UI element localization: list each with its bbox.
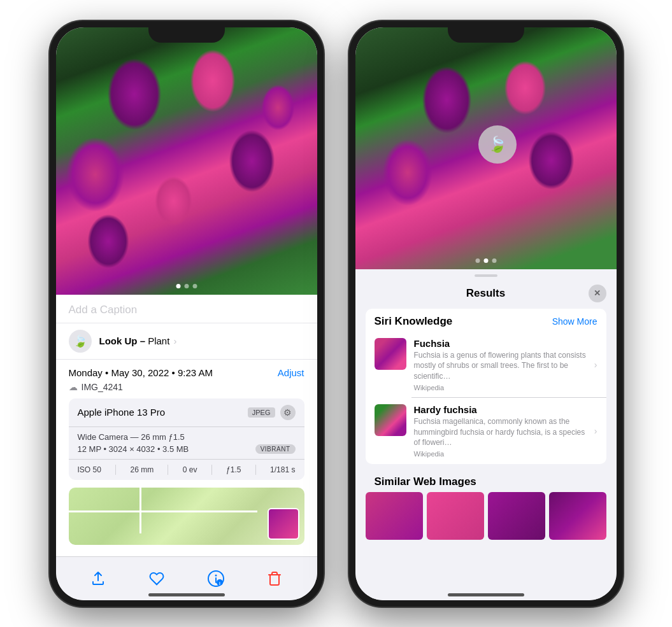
right-notch [448,21,524,43]
camera-model-row: Apple iPhone 13 Pro JPEG ⚙ [69,398,304,427]
web-images-section: Similar Web Images [366,469,606,540]
svg-point-1 [215,574,217,576]
date-line: Monday • May 30, 2022 • 9:23 AM Adjust [69,367,304,378]
siri-knowledge-section: Siri Knowledge Show More Fuchsia Fuchsia… [366,309,606,465]
siri-lookup-bubble[interactable]: 🍃 [478,125,517,164]
exif-ev: 0 ev [183,465,197,474]
share-button[interactable] [84,565,112,593]
jpeg-badge: JPEG [248,407,275,418]
exif-row: ISO 50 26 mm 0 ev ƒ1.5 1/181 s [69,460,304,480]
hardy-fuchsia-content: Hardy fuchsia Fuchsia magellanica, commo… [414,404,587,458]
fuchsia-source: Wikipedia [414,384,587,391]
hardy-fuchsia-title: Hardy fuchsia [414,404,587,415]
map-road-v [139,488,141,533]
camera-info-box: Apple iPhone 13 Pro JPEG ⚙ Wide Camera —… [69,398,304,480]
right-screen: 🍃 Results ✕ [355,27,617,600]
hardy-fuchsia-chevron: › [594,426,597,436]
lookup-icon-circle: 🍃 [69,330,92,353]
right-home-indicator [448,593,524,596]
map-preview[interactable] [69,488,304,545]
result-item-fuchsia[interactable]: Fuchsia Fuchsia is a genus of flowering … [366,332,606,398]
left-screen: Add a Caption 🍃 Look Up – Plant › Monday… [56,27,317,600]
photo-area[interactable] [56,27,317,295]
svg-text:i: i [219,581,220,585]
home-indicator [148,593,225,596]
info-panel: Add a Caption 🍃 Look Up – Plant › Monday… [56,295,317,556]
close-button[interactable]: ✕ [589,285,606,302]
results-panel: Results ✕ Siri Knowledge Show More Fuchs… [355,269,617,600]
vibrant-badge: VIBRANT [255,444,296,454]
camera-details-row: Wide Camera — 26 mm ƒ1.5 12 MP • 3024 × … [69,427,304,460]
fuchsia-desc: Fuchsia is a genus of flowering plants t… [414,350,587,382]
right-page-dots [475,258,496,263]
siri-knowledge-header: Siri Knowledge Show More [366,309,606,332]
camera-badges: JPEG ⚙ [248,405,296,420]
web-images-header: Similar Web Images [366,469,606,492]
right-photo-area[interactable]: 🍃 [355,27,617,269]
web-image-1[interactable] [366,492,423,540]
fuchsia-content: Fuchsia Fuchsia is a genus of flowering … [414,338,587,391]
filename-row: ☁ IMG_4241 [56,381,317,398]
left-phone: Add a Caption 🍃 Look Up – Plant › Monday… [50,21,324,607]
exif-divider-3 [211,465,212,475]
siri-leaf-icon: 🍃 [488,136,507,153]
result-item-hardy-fuchsia[interactable]: Hardy fuchsia Fuchsia magellanica, commo… [366,398,606,464]
right-page-dot-2 [483,258,488,263]
right-phone: 🍃 Results ✕ [349,21,623,607]
exif-divider-4 [255,465,256,475]
page-dot-2 [184,284,189,288]
hardy-fuchsia-source: Wikipedia [414,450,587,458]
web-image-3[interactable] [488,492,545,540]
date-row: Monday • May 30, 2022 • 9:23 AM Adjust [56,360,317,381]
results-title: Results [383,287,589,300]
exif-focal: 26 mm [130,465,154,474]
right-page-dot-3 [492,258,496,263]
exif-iso: ISO 50 [78,465,101,474]
drag-handle [475,274,497,277]
caption-area[interactable]: Add a Caption [56,295,317,323]
settings-icon[interactable]: ⚙ [280,405,296,420]
mp-row: 12 MP • 3024 × 4032 • 3.5 MB VIBRANT [78,444,296,454]
delete-button[interactable] [261,565,289,593]
results-header: Results ✕ [355,282,617,309]
page-dot-3 [192,284,197,288]
notch [148,21,225,43]
camera-model: Apple iPhone 13 Pro [78,407,166,418]
drag-handle-area [355,269,617,282]
camera-lens: Wide Camera — 26 mm ƒ1.5 [78,432,296,442]
right-page-dot-1 [475,258,480,263]
fuchsia-title: Fuchsia [414,338,587,349]
map-thumbnail [268,508,299,540]
exif-divider-1 [115,465,116,475]
page-dot-1 [176,284,180,288]
siri-knowledge-title: Siri Knowledge [375,315,453,328]
cloud-icon: ☁ [69,382,78,392]
page-dots [176,284,197,288]
map-road-h [69,511,257,512]
lookup-label: Look Up – Plant › [99,335,177,346]
web-image-2[interactable] [427,492,484,540]
hardy-fuchsia-desc: Fuchsia magellanica, commonly known as t… [414,416,587,448]
leaf-icon: 🍃 [73,334,87,348]
fuchsia-thumb [375,338,406,370]
exif-shutter: 1/181 s [270,465,295,474]
web-images-title: Similar Web Images [375,476,476,488]
fuchsia-chevron: › [594,360,597,370]
show-more-button[interactable]: Show More [552,316,597,327]
mp-text: 12 MP • 3024 × 4032 • 3.5 MB [78,444,189,454]
hardy-fuchsia-thumb [375,404,406,436]
exif-divider-2 [168,465,168,475]
right-screen-content: 🍃 Results ✕ [355,27,617,600]
exif-aperture: ƒ1.5 [226,465,241,474]
date-text: Monday • May 30, 2022 • 9:23 AM [69,367,213,378]
caption-placeholder: Add a Caption [69,304,138,316]
like-button[interactable] [143,565,171,593]
lookup-row[interactable]: 🍃 Look Up – Plant › [56,323,317,360]
filename-text: IMG_4241 [82,382,123,392]
flower-image [56,27,317,295]
adjust-button[interactable]: Adjust [278,367,304,378]
lookup-chevron: › [174,335,177,346]
web-image-4[interactable] [549,492,606,540]
info-button[interactable]: i [202,565,230,593]
web-images-row [366,492,606,540]
